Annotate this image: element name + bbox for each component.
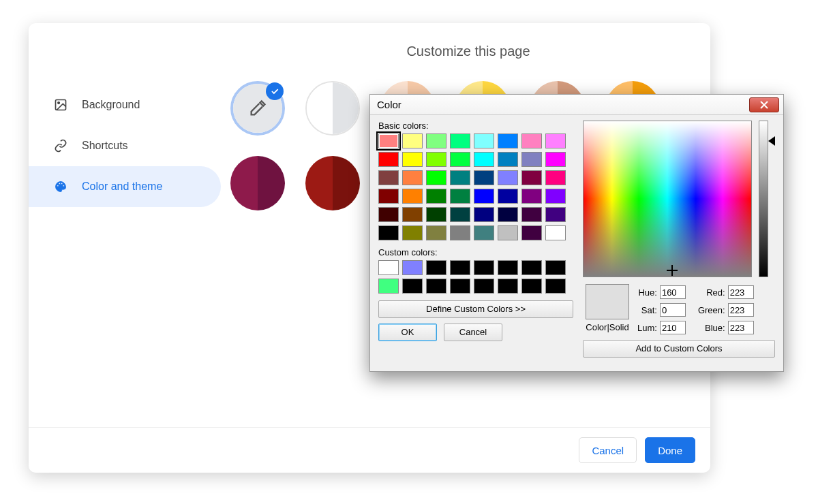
color-gradient-field[interactable] [583, 121, 752, 277]
basic-color-swatch[interactable] [498, 170, 518, 185]
sidebar-item-color-theme[interactable]: Color and theme [29, 166, 221, 207]
cancel-button[interactable]: Cancel [579, 437, 637, 463]
custom-color-swatch[interactable] [474, 260, 494, 275]
sidebar-item-label: Color and theme [82, 180, 162, 193]
custom-color-swatch[interactable] [498, 260, 518, 275]
basic-color-swatch[interactable] [498, 207, 518, 222]
color-picker-body: Basic colors: Custom colors: Define Cust… [370, 115, 783, 366]
custom-color-swatch[interactable] [378, 279, 399, 294]
custom-color-swatch[interactable] [450, 260, 470, 275]
custom-color-swatch[interactable] [378, 260, 399, 275]
basic-color-swatch[interactable] [402, 152, 423, 167]
basic-color-swatch[interactable] [545, 152, 566, 167]
basic-color-swatch[interactable] [521, 225, 542, 240]
basic-color-swatch[interactable] [426, 225, 446, 240]
custom-color-swatch[interactable] [521, 279, 542, 294]
custom-color-swatch[interactable] [402, 279, 423, 294]
crosshair-icon [668, 266, 676, 274]
basic-color-swatch[interactable] [450, 152, 470, 167]
basic-color-swatch[interactable] [521, 152, 542, 167]
basic-color-swatch[interactable] [378, 189, 399, 204]
sidebar-item-background[interactable]: Background [29, 84, 221, 125]
add-to-custom-colors-button[interactable]: Add to Custom Colors [583, 340, 775, 358]
basic-color-swatch[interactable] [521, 189, 542, 204]
basic-color-swatch[interactable] [474, 152, 494, 167]
sat-input[interactable] [660, 303, 686, 317]
done-button[interactable]: Done [645, 437, 695, 463]
basic-color-swatch[interactable] [426, 207, 446, 222]
basic-color-swatch[interactable] [545, 189, 566, 204]
basic-color-swatch[interactable] [474, 189, 494, 204]
basic-color-swatch[interactable] [521, 170, 542, 185]
sidebar-item-shortcuts[interactable]: Shortcuts [29, 125, 221, 166]
custom-color-swatch[interactable] [545, 279, 566, 294]
red-input[interactable] [728, 285, 754, 299]
theme-swatch[interactable] [305, 81, 360, 136]
basic-color-swatch[interactable] [378, 152, 399, 167]
custom-color-swatch[interactable] [450, 279, 470, 294]
color-picker-title: Color [377, 99, 402, 110]
custom-color-swatch[interactable] [498, 279, 518, 294]
lum-input[interactable] [660, 321, 686, 334]
basic-color-swatch[interactable] [498, 133, 518, 148]
theme-swatch[interactable] [230, 156, 285, 210]
cancel-button[interactable]: Cancel [444, 324, 502, 341]
basic-color-swatch[interactable] [378, 207, 399, 222]
basic-color-swatch[interactable] [426, 170, 446, 185]
luminance-slider[interactable] [759, 121, 768, 277]
basic-color-swatch[interactable] [426, 133, 446, 148]
hue-label: Hue: [638, 287, 656, 298]
sidebar-item-label: Background [82, 99, 140, 111]
basic-color-swatch[interactable] [545, 207, 566, 222]
basic-color-swatch[interactable] [402, 133, 423, 148]
hue-input[interactable] [660, 285, 686, 299]
custom-color-swatch[interactable] [545, 260, 566, 275]
color-picker-titlebar[interactable]: Color [370, 95, 783, 115]
basic-color-swatch[interactable] [498, 189, 518, 204]
basic-color-swatch[interactable] [402, 189, 423, 204]
basic-color-swatch[interactable] [378, 133, 399, 148]
basic-color-swatch[interactable] [450, 225, 470, 240]
ok-button[interactable]: OK [378, 324, 437, 341]
basic-color-swatch[interactable] [474, 207, 494, 222]
color-preview [586, 284, 629, 319]
custom-color-swatch[interactable] [474, 279, 494, 294]
custom-color-swatch[interactable] [426, 279, 446, 294]
close-button[interactable] [749, 97, 779, 112]
custom-color-swatch[interactable] [402, 260, 423, 275]
custom-color-swatch[interactable] [426, 260, 446, 275]
basic-color-swatch[interactable] [402, 207, 423, 222]
blue-input[interactable] [728, 321, 754, 334]
basic-color-swatch[interactable] [474, 133, 494, 148]
green-input[interactable] [728, 303, 754, 317]
basic-color-swatch[interactable] [402, 170, 423, 185]
color-picker-left: Basic colors: Custom colors: Define Cust… [378, 121, 573, 358]
basic-color-swatch[interactable] [545, 133, 566, 148]
basic-color-swatch[interactable] [545, 225, 566, 240]
basic-color-swatch[interactable] [450, 189, 470, 204]
define-custom-colors-button[interactable]: Define Custom Colors >> [378, 300, 573, 318]
basic-color-swatch[interactable] [498, 225, 518, 240]
basic-color-swatch[interactable] [378, 225, 399, 240]
basic-color-swatch[interactable] [378, 170, 399, 185]
basic-color-swatch[interactable] [521, 133, 542, 148]
basic-color-swatch[interactable] [474, 170, 494, 185]
basic-color-swatch[interactable] [450, 170, 470, 185]
basic-color-swatch[interactable] [474, 225, 494, 240]
luminance-arrow-icon [768, 136, 775, 146]
basic-color-swatch[interactable] [426, 189, 446, 204]
lum-label: Lum: [637, 323, 657, 333]
basic-color-swatch[interactable] [545, 170, 566, 185]
basic-color-swatch[interactable] [426, 152, 446, 167]
link-icon [53, 138, 68, 153]
basic-color-swatch[interactable] [450, 133, 470, 148]
page-title: Customize this page [226, 44, 710, 59]
basic-color-swatch[interactable] [450, 207, 470, 222]
palette-icon [53, 179, 68, 194]
theme-swatch[interactable] [305, 156, 360, 210]
basic-color-swatch[interactable] [521, 207, 542, 222]
custom-color-swatch[interactable] [521, 260, 542, 275]
theme-swatch[interactable] [230, 81, 285, 136]
basic-color-swatch[interactable] [498, 152, 518, 167]
basic-color-swatch[interactable] [402, 225, 423, 240]
